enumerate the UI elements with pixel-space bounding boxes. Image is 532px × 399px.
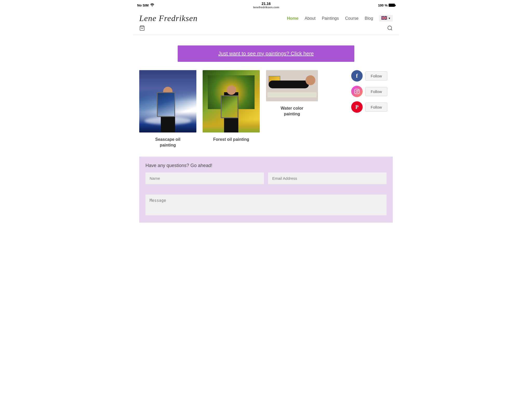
svg-point-14 — [356, 90, 358, 92]
facebook-icon: f — [351, 70, 363, 82]
instagram-follow-button[interactable]: Follow — [365, 87, 387, 96]
battery-icon — [389, 4, 395, 7]
chevron-down-icon: ▼ — [388, 17, 391, 20]
name-input[interactable] — [145, 172, 264, 184]
url-display: lenefredriksen.com — [253, 6, 279, 9]
svg-point-0 — [152, 6, 153, 6]
painting-card-watercolor[interactable]: Water colorpainting — [266, 70, 318, 117]
header-row1: Lene Fredriksen Home About Paintings Cou… — [133, 10, 399, 25]
contact-textarea-section — [139, 190, 393, 223]
nav-links: Home About Paintings Course Blog — [287, 15, 393, 22]
pinterest-follow-button[interactable]: Follow — [365, 103, 387, 112]
svg-rect-9 — [381, 18, 387, 18]
battery-label: 100 % — [378, 3, 388, 7]
status-right: 100 % — [378, 3, 395, 7]
svg-point-15 — [358, 90, 358, 90]
nav-home[interactable]: Home — [287, 16, 298, 21]
nav-paintings[interactable]: Paintings — [322, 16, 339, 21]
forest-label: Forest oil painting — [203, 137, 260, 142]
pinterest-icon: P — [351, 101, 363, 113]
uk-flag-icon — [381, 16, 387, 21]
facebook-follow-button[interactable]: Follow — [365, 71, 387, 81]
watercolor-image — [266, 70, 318, 101]
contact-fields — [145, 172, 387, 184]
language-selector[interactable]: ▼ — [379, 15, 393, 22]
facebook-follow: f Follow — [351, 70, 393, 82]
forest-image — [203, 70, 260, 132]
wifi-icon — [150, 3, 154, 7]
pinterest-follow: P Follow — [351, 101, 393, 113]
nav-about[interactable]: About — [305, 16, 316, 21]
painting-card-seascape[interactable]: Seascape oilpainting — [139, 70, 196, 148]
nav-blog[interactable]: Blog — [365, 16, 373, 21]
header: Lene Fredriksen Home About Paintings Cou… — [133, 10, 399, 35]
status-left: No SIM — [137, 3, 154, 7]
contact-title: Have any questions? Go ahead! — [145, 163, 387, 168]
search-icon[interactable] — [387, 25, 393, 32]
contact-section: Have any questions? Go ahead! — [139, 157, 393, 190]
header-row2 — [133, 25, 399, 35]
nav-course[interactable]: Course — [345, 16, 358, 21]
main-content: Just want to see my paintings? Click her… — [133, 35, 399, 229]
site-logo[interactable]: Lene Fredriksen — [139, 14, 197, 23]
status-center: 21.16 lenefredriksen.com — [253, 2, 279, 9]
status-bar: No SIM 21.16 lenefredriksen.com 100 % — [133, 0, 399, 10]
email-input[interactable] — [268, 172, 387, 184]
watercolor-label: Water colorpainting — [266, 105, 318, 117]
seascape-label: Seascape oilpainting — [139, 137, 196, 148]
gallery-section: Seascape oilpainting Forest oil painting — [139, 70, 393, 148]
svg-point-11 — [388, 26, 392, 30]
svg-rect-13 — [355, 89, 359, 94]
time-display: 21.16 — [253, 2, 279, 6]
seascape-image — [139, 70, 196, 132]
painting-card-forest[interactable]: Forest oil painting — [203, 70, 260, 142]
message-textarea[interactable] — [145, 195, 387, 215]
cart-icon[interactable] — [139, 25, 145, 32]
social-section: f Follow Follow P Follow — [351, 70, 393, 113]
svg-line-12 — [391, 29, 392, 30]
instagram-icon — [351, 86, 363, 97]
carrier-label: No SIM — [137, 3, 149, 7]
instagram-follow: Follow — [351, 86, 393, 97]
cta-banner[interactable]: Just want to see my paintings? Click her… — [178, 45, 354, 62]
